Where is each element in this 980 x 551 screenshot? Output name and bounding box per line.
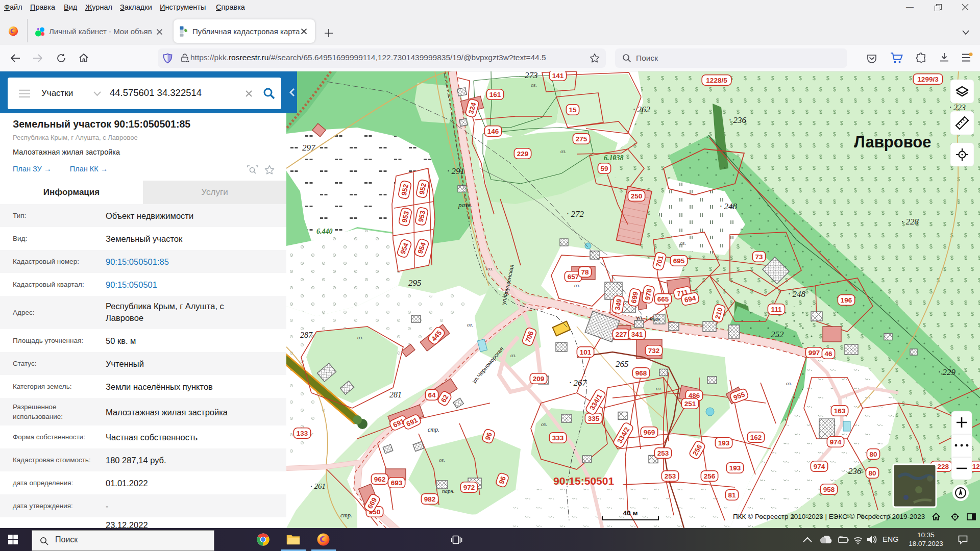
svg-text:253: 253 — [665, 472, 676, 480]
svg-text:46: 46 — [824, 350, 832, 358]
svg-text:146: 146 — [487, 128, 499, 135]
svg-text:64: 64 — [428, 391, 436, 399]
svg-text:982: 982 — [424, 495, 436, 503]
svg-text:111: 111 — [771, 306, 782, 313]
svg-text:141: 141 — [552, 72, 564, 80]
svg-text:80: 80 — [868, 469, 876, 477]
svg-text:163: 163 — [834, 407, 846, 415]
svg-text:273: 273 — [525, 71, 538, 80]
svg-text:· 272: · 272 — [567, 209, 584, 219]
svg-text:133: 133 — [297, 430, 308, 437]
svg-text:оз.: оз. — [656, 386, 662, 391]
svg-text:6.1038: 6.1038 — [604, 154, 624, 162]
svg-text:275: 275 — [576, 135, 587, 143]
svg-text:стр.: стр. — [428, 426, 439, 433]
svg-text:252: 252 — [771, 330, 784, 339]
svg-text:236: 236 — [848, 466, 862, 476]
svg-text:229: 229 — [517, 150, 529, 158]
svg-text:ПКК © Росреестр 2010-2023 | ЕЭ: ПКК © Росреестр 2010-2023 | ЕЭКО © Росре… — [733, 513, 925, 520]
svg-text:оз.: оз. — [574, 283, 580, 288]
svg-text:оз.: оз. — [467, 322, 473, 328]
svg-text:оз.: оз. — [531, 82, 537, 88]
svg-text:· 262: · 262 — [633, 105, 651, 114]
svg-text:997: 997 — [808, 349, 820, 357]
svg-text:78: 78 — [581, 268, 589, 276]
svg-text:оз.: оз. — [560, 148, 567, 154]
svg-text:665: 665 — [657, 295, 669, 303]
svg-text:оз.: оз. — [357, 335, 363, 340]
svg-text:968: 968 — [635, 369, 647, 377]
svg-text:969: 969 — [644, 429, 655, 436]
svg-text:193: 193 — [718, 439, 730, 447]
svg-text:227: 227 — [616, 331, 627, 338]
svg-text:333: 333 — [552, 434, 564, 442]
svg-text:129: 129 — [972, 463, 980, 470]
svg-text:341: 341 — [631, 331, 643, 338]
svg-text:40 м: 40 м — [623, 509, 638, 517]
svg-text:253: 253 — [657, 449, 669, 457]
svg-text:· 223: · 223 — [949, 103, 966, 112]
svg-text:· 236: · 236 — [729, 115, 747, 125]
svg-text:1228/5: 1228/5 — [706, 77, 727, 84]
svg-text:· 229: · 229 — [938, 367, 956, 377]
svg-text:6.440: 6.440 — [316, 228, 333, 235]
svg-text:958: 958 — [823, 486, 835, 493]
svg-text:оз.: оз. — [541, 421, 547, 427]
svg-text:· 267: · 267 — [569, 378, 587, 388]
svg-text:295: 295 — [408, 278, 422, 288]
svg-text:695: 695 — [673, 257, 685, 265]
svg-text:161: 161 — [489, 91, 501, 98]
svg-text:оз.: оз. — [680, 240, 686, 246]
svg-text:297: 297 — [302, 143, 316, 153]
svg-text:· 291: · 291 — [447, 166, 464, 176]
svg-text:Лавровое: Лавровое — [854, 133, 932, 151]
svg-text:59: 59 — [600, 165, 608, 172]
svg-text:974: 974 — [814, 463, 825, 470]
svg-text:251: 251 — [684, 400, 696, 408]
svg-text:1299/3: 1299/3 — [917, 76, 939, 83]
svg-text:90:15:50501: 90:15:50501 — [553, 475, 614, 487]
svg-text:15: 15 — [569, 106, 577, 114]
svg-text:81: 81 — [728, 491, 736, 499]
svg-text:оз.: оз. — [439, 457, 445, 463]
svg-text:287: 287 — [300, 331, 313, 339]
svg-text:281: 281 — [389, 390, 402, 399]
svg-text:парн.: парн. — [442, 488, 455, 494]
svg-text:73: 73 — [755, 253, 763, 261]
svg-text:974: 974 — [830, 438, 842, 446]
svg-text:стр.: стр. — [340, 512, 352, 519]
svg-text:335: 335 — [588, 415, 600, 422]
svg-text:972: 972 — [463, 484, 475, 491]
svg-text:196: 196 — [841, 296, 852, 304]
svg-text:265: 265 — [616, 359, 629, 369]
svg-text:· 248: · 248 — [720, 202, 738, 211]
svg-text:оз.: оз. — [786, 381, 792, 386]
svg-text:250: 250 — [631, 192, 643, 200]
svg-text:256: 256 — [704, 472, 716, 480]
svg-text:· 261: · 261 — [310, 482, 326, 490]
svg-text:· 248: · 248 — [788, 289, 806, 299]
svg-text:оз.: оз. — [487, 266, 494, 271]
svg-text:962: 962 — [374, 475, 386, 483]
svg-text:101: 101 — [580, 348, 592, 356]
svg-text:· 228: · 228 — [901, 217, 919, 227]
svg-text:657: 657 — [568, 273, 579, 281]
svg-text:разв.: разв. — [458, 201, 472, 209]
svg-text:209: 209 — [533, 375, 545, 383]
svg-text:162: 162 — [750, 434, 762, 441]
svg-text:693: 693 — [391, 479, 403, 487]
svg-text:80: 80 — [869, 450, 877, 458]
svg-text:732: 732 — [648, 347, 660, 355]
svg-text:оз.: оз. — [510, 353, 517, 358]
svg-text:193: 193 — [729, 464, 741, 472]
